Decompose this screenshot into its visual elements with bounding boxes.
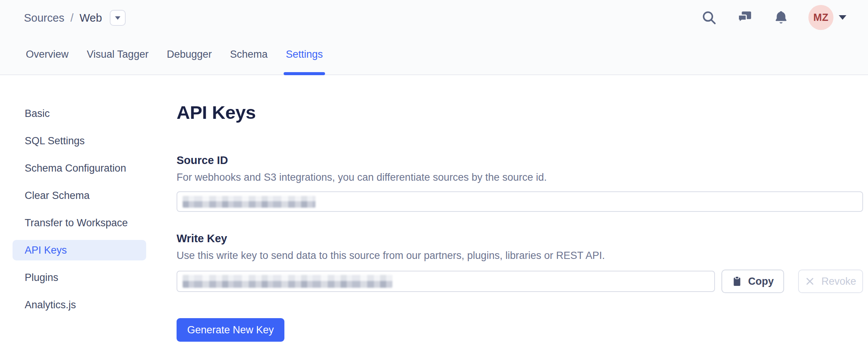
tab-overview[interactable]: Overview (26, 45, 69, 75)
topbar-actions: MZ (701, 5, 846, 30)
copy-button-label: Copy (748, 276, 774, 287)
source-id-field[interactable] (177, 191, 863, 212)
breadcrumb-current-source: Web (79, 12, 102, 24)
write-key-description: Use this write key to send data to this … (177, 250, 863, 261)
tab-schema[interactable]: Schema (230, 45, 268, 75)
account-caret-down-icon[interactable] (839, 15, 846, 20)
sidebar-item-clear-schema[interactable]: Clear Schema (13, 185, 146, 206)
source-id-description: For webhooks and S3 integrations, you ca… (177, 172, 863, 183)
tab-debugger[interactable]: Debugger (167, 45, 212, 75)
tab-visual-tagger[interactable]: Visual Tagger (87, 45, 149, 75)
revoke-button[interactable]: Revoke (798, 270, 863, 293)
revoke-button-label: Revoke (821, 276, 856, 287)
write-key-row: Copy Revoke (177, 270, 863, 293)
write-key-label: Write Key (177, 232, 863, 244)
chat-icon[interactable] (737, 9, 753, 26)
bell-icon[interactable] (773, 9, 789, 26)
write-key-redacted-value (183, 275, 392, 288)
sidebar-item-plugins[interactable]: Plugins (13, 267, 146, 288)
sidebar-item-api-keys[interactable]: API Keys (13, 240, 146, 260)
sidebar-item-schema-configuration[interactable]: Schema Configuration (13, 158, 146, 178)
sidebar-item-analytics-js[interactable]: Analytics.js (13, 295, 146, 315)
source-id-label: Source ID (177, 154, 863, 166)
source-switcher-button[interactable] (110, 10, 126, 26)
copy-button[interactable]: Copy (721, 270, 784, 293)
sidebar-item-sql-settings[interactable]: SQL Settings (13, 131, 146, 151)
tab-settings[interactable]: Settings (286, 45, 323, 75)
caret-down-icon (115, 16, 120, 20)
search-icon[interactable] (701, 9, 717, 26)
breadcrumb-separator: / (70, 12, 73, 24)
sidebar-item-basic[interactable]: Basic (13, 103, 146, 124)
source-id-redacted-value (183, 196, 316, 208)
page-title: API Keys (177, 102, 863, 123)
avatar[interactable]: MZ (808, 5, 833, 30)
header: Sources / Web MZ Overv (0, 0, 868, 75)
settings-sidebar: Basic SQL Settings Schema Configuration … (0, 75, 167, 322)
write-key-field[interactable] (177, 271, 715, 292)
tab-bar: Overview Visual Tagger Debugger Schema S… (26, 45, 323, 75)
breadcrumb-sources-link[interactable]: Sources (24, 12, 64, 24)
x-icon (805, 276, 815, 286)
clipboard-icon (732, 276, 742, 287)
main-content: API Keys Source ID For webhooks and S3 i… (177, 75, 863, 342)
generate-new-key-button[interactable]: Generate New Key (177, 318, 284, 342)
sidebar-item-transfer-to-workspace[interactable]: Transfer to Workspace (13, 213, 146, 233)
breadcrumb: Sources / Web (24, 9, 126, 27)
